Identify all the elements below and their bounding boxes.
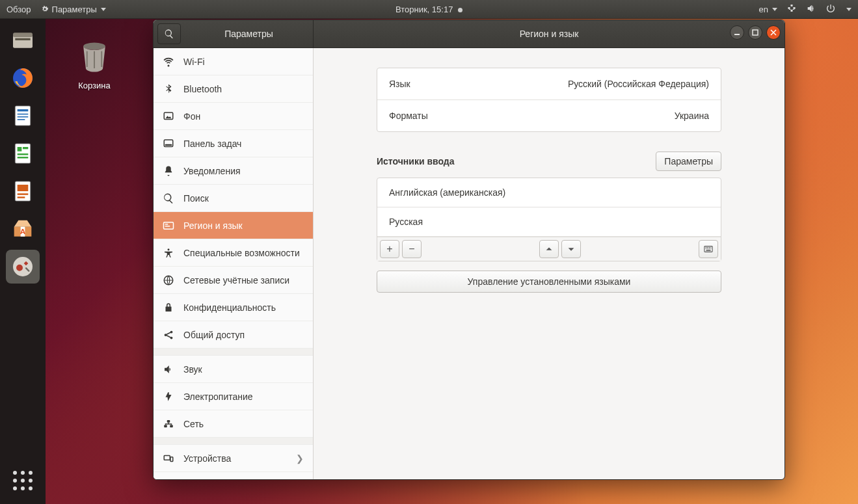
window-minimize-button[interactable] [730, 25, 744, 40]
svg-rect-5 [18, 109, 29, 111]
sidebar-item-search[interactable]: Поиск [154, 185, 313, 212]
dock-show-apps[interactable] [6, 464, 40, 497]
dock-writer[interactable] [6, 99, 40, 133]
sidebar-item-info[interactable]: Сведения о системе❯ [154, 472, 313, 479]
input-source-row[interactable]: Русская [377, 207, 721, 237]
svg-rect-36 [164, 425, 167, 427]
sidebar-item-label: Общий доступ [183, 330, 245, 340]
header-title-right: Регион и язык [520, 29, 579, 39]
svg-text:A: A [20, 227, 26, 235]
sidebar-item-privacy[interactable]: Конфиденциальность [154, 294, 313, 321]
show-keyboard-layout-button[interactable] [699, 240, 718, 258]
settings-sidebar: Wi-FiBluetoothФонПанель задачУведомления… [154, 48, 314, 479]
input-language-indicator[interactable]: en [759, 5, 777, 14]
add-input-source-button[interactable]: + [380, 240, 399, 258]
top-bar: Обзор Параметры Вторник, 15:17 en [0, 0, 858, 19]
language-label: Язык [389, 79, 410, 89]
svg-rect-1 [13, 33, 33, 37]
sidebar-item-devices[interactable]: Устройства❯ [154, 445, 313, 472]
background-icon [163, 111, 174, 122]
window-header: Параметры Регион и язык [154, 20, 784, 48]
network-icon[interactable] [786, 3, 797, 16]
sidebar-item-power[interactable]: Электропитание [154, 383, 313, 410]
svg-rect-27 [165, 144, 172, 145]
activities-label: Обзор [7, 5, 31, 14]
sidebar-item-region[interactable]: Регион и язык [154, 212, 313, 239]
svg-rect-15 [18, 185, 29, 191]
settings-app-icon [40, 5, 49, 14]
move-up-button[interactable] [539, 240, 559, 258]
input-sources-toolbar: + − [377, 237, 721, 261]
svg-point-20 [13, 257, 33, 276]
sidebar-item-label: Электропитание [183, 391, 253, 402]
sidebar-item-online[interactable]: Сетевые учётные записи [154, 267, 313, 294]
sidebar-item-sound[interactable]: Звук [154, 356, 313, 383]
remove-input-source-button[interactable]: − [402, 240, 422, 258]
svg-rect-16 [18, 193, 29, 195]
sidebar-item-label: Звук [183, 364, 202, 375]
sidebar-item-label: Поиск [183, 193, 209, 204]
volume-icon[interactable] [806, 3, 816, 16]
svg-rect-23 [734, 34, 740, 35]
caret-down-icon [101, 8, 106, 11]
dock-calc[interactable] [6, 137, 40, 170]
sidebar-item-network[interactable]: Сеть [154, 410, 313, 438]
formats-label: Форматы [389, 111, 428, 121]
window-maximize-button[interactable] [748, 25, 762, 40]
sidebar-item-label: Уведомления [183, 166, 241, 176]
sidebar-item-a11y[interactable]: Специальные возможности [154, 239, 313, 267]
sidebar-item-background[interactable]: Фон [154, 103, 313, 130]
formats-row[interactable]: Форматы Украина [377, 100, 721, 131]
svg-rect-37 [170, 425, 173, 427]
sidebar-item-bell[interactable]: Уведомления [154, 157, 313, 185]
manage-languages-button[interactable]: Управление установленными языками [377, 271, 721, 293]
privacy-icon [163, 302, 174, 313]
language-label: en [759, 5, 768, 14]
svg-rect-6 [18, 114, 29, 115]
trash-label: Корзина [65, 81, 124, 90]
search-button[interactable] [157, 23, 181, 44]
trash-icon [75, 38, 114, 77]
sound-icon [163, 364, 174, 375]
app-menu[interactable]: Параметры [40, 5, 106, 14]
plus-icon: + [386, 243, 392, 255]
svg-rect-24 [753, 30, 758, 35]
svg-rect-48 [711, 247, 712, 248]
svg-rect-17 [18, 196, 25, 198]
dock-impress[interactable] [6, 174, 40, 208]
network-icon [163, 418, 174, 430]
svg-rect-45 [706, 247, 707, 248]
dock-files[interactable] [6, 23, 40, 57]
dock-settings[interactable] [6, 250, 40, 284]
move-down-button[interactable] [561, 240, 581, 258]
sidebar-item-wifi[interactable]: Wi-Fi [154, 48, 313, 75]
dock-firefox[interactable] [6, 61, 40, 95]
chevron-right-icon: ❯ [296, 453, 304, 464]
bluetooth-icon [163, 83, 174, 95]
svg-rect-49 [706, 250, 711, 251]
svg-point-31 [168, 248, 170, 250]
maximize-icon [752, 29, 758, 36]
sidebar-item-dock[interactable]: Панель задач [154, 130, 313, 157]
power-icon[interactable] [825, 3, 836, 16]
sidebar-item-share[interactable]: Общий доступ [154, 321, 313, 349]
desktop-trash[interactable]: Корзина [65, 38, 124, 90]
devices-icon [163, 453, 174, 464]
activities-button[interactable]: Обзор [7, 5, 31, 14]
window-close-button[interactable] [766, 25, 781, 40]
input-source-row[interactable]: Английская (американская) [377, 178, 721, 207]
svg-rect-13 [18, 157, 29, 159]
sidebar-item-bluetooth[interactable]: Bluetooth [154, 75, 313, 103]
sidebar-item-label: Фон [183, 111, 200, 122]
sidebar-item-label: Специальные возможности [183, 248, 300, 258]
keyboard-icon [704, 245, 713, 254]
clock-label[interactable]: Вторник, 15:17 [395, 5, 453, 14]
svg-rect-2 [15, 38, 30, 40]
dock-software[interactable]: A [6, 212, 40, 246]
language-row[interactable]: Язык Русский (Российская Федерация) [377, 68, 721, 100]
settings-content: Язык Русский (Российская Федерация) Форм… [314, 48, 784, 479]
svg-rect-12 [18, 153, 29, 155]
svg-rect-10 [18, 147, 22, 152]
input-options-button[interactable]: Параметры [656, 152, 721, 171]
svg-rect-4 [15, 106, 30, 126]
